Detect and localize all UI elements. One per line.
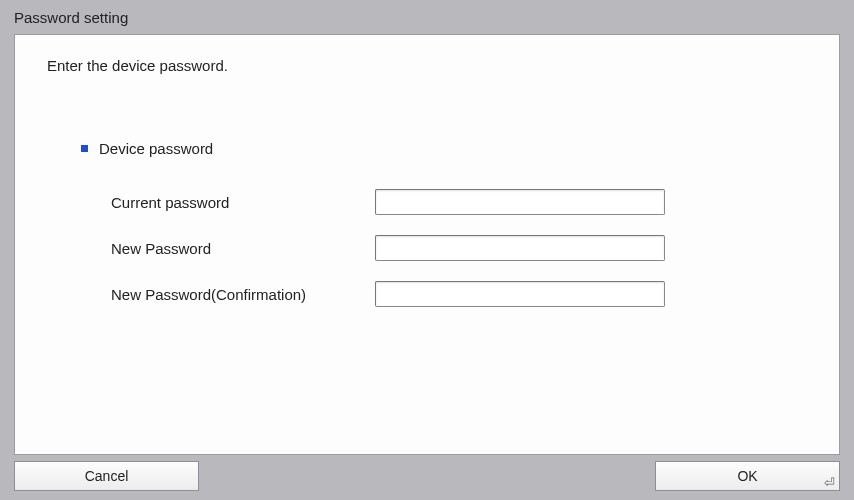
row-new-password: New Password [111,225,839,271]
ok-button[interactable]: OK ⏎ [655,461,840,491]
content-panel: Enter the device password. Device passwo… [14,34,840,455]
section-title: Device password [99,140,213,157]
label-new-password: New Password [111,240,375,257]
row-current-password: Current password [111,179,839,225]
button-bar: Cancel OK ⏎ [14,459,840,493]
row-confirm-password: New Password(Confirmation) [111,271,839,317]
section-header: Device password [81,140,839,157]
cancel-button[interactable]: Cancel [14,461,199,491]
current-password-input[interactable] [375,189,665,215]
confirm-password-input[interactable] [375,281,665,307]
label-current-password: Current password [111,194,375,211]
ok-button-label: OK [737,468,757,484]
cancel-button-label: Cancel [85,468,129,484]
return-icon: ⏎ [824,476,835,489]
window-title: Password setting [0,0,854,36]
instruction-text: Enter the device password. [15,35,839,74]
new-password-input[interactable] [375,235,665,261]
device-password-section: Device password Current password New Pas… [81,140,839,317]
password-form: Current password New Password New Passwo… [81,179,839,317]
label-confirm-password: New Password(Confirmation) [111,286,375,303]
square-bullet-icon [81,145,88,152]
